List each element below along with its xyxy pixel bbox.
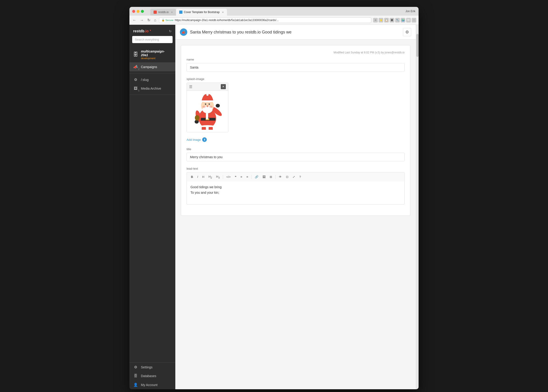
sidebar-item-campaigns[interactable]: 📣 Campaigns 2 bbox=[130, 62, 175, 71]
editor-btn-h1[interactable]: H bbox=[201, 175, 206, 179]
sidebar-item-settings[interactable]: ⚙ Settings bbox=[130, 363, 175, 371]
close-button[interactable] bbox=[132, 10, 135, 13]
editor-btn-fullscreen[interactable]: ⤢ bbox=[291, 175, 296, 179]
media-icon: 🖼 bbox=[133, 86, 138, 91]
maximize-button[interactable] bbox=[141, 10, 144, 13]
form-card: Modified Last Sunday at 8:02 PM (v.5) by… bbox=[181, 45, 410, 216]
sidebar-divider-1 bbox=[130, 73, 175, 73]
splash-remove-button[interactable]: ✕ bbox=[221, 84, 226, 89]
svg-point-8 bbox=[216, 104, 220, 107]
splash-label: splash-image bbox=[187, 77, 404, 81]
ext4-icon[interactable]: 🔧 bbox=[395, 18, 400, 22]
sidebar-item-databases[interactable]: 🗄 Databases bbox=[130, 371, 175, 380]
back-button[interactable]: ← bbox=[132, 18, 137, 23]
ext6-icon[interactable]: ⬜ bbox=[406, 18, 411, 22]
content-body: Modified Last Sunday at 8:02 PM (v.5) by… bbox=[175, 40, 416, 389]
splash-image-field-group: splash-image ☰ ✕ bbox=[187, 77, 404, 142]
forward-button[interactable]: → bbox=[139, 18, 144, 23]
reload-button[interactable]: ↻ bbox=[146, 17, 151, 23]
db-env: development bbox=[141, 57, 172, 60]
home-button[interactable]: ⌂ bbox=[153, 18, 157, 23]
add-image-link[interactable]: Add image ⬆ bbox=[187, 137, 207, 142]
tabs-bar: restdb.io ✕ Cover Template for Bootstrap… bbox=[150, 7, 227, 16]
search-box[interactable]: Search everything bbox=[132, 36, 173, 43]
media-badge: 5 bbox=[138, 89, 139, 92]
refresh-icon[interactable]: ↻ bbox=[169, 29, 172, 33]
svg-point-20 bbox=[209, 103, 210, 105]
sidebar-db-item[interactable]: 🗄 multicampaign-20a1 development bbox=[130, 47, 175, 62]
editor-btn-link[interactable]: 🔗 bbox=[253, 175, 260, 179]
name-input[interactable] bbox=[187, 63, 404, 72]
tab2-label: Cover Template for Bootstrap bbox=[184, 11, 220, 14]
svg-rect-10 bbox=[209, 127, 213, 130]
search-placeholder: Search everything bbox=[135, 38, 159, 41]
app-body: restdb.io ● ↻ Search everything 🗄 multic… bbox=[130, 25, 418, 389]
editor-btn-table[interactable]: ⊞ bbox=[268, 175, 274, 179]
address-bar[interactable]: 🔒 Secure https://multicampaign-20a1.rest… bbox=[159, 17, 371, 23]
editor-btn-image[interactable]: 🖼 bbox=[261, 175, 267, 179]
title-input[interactable] bbox=[187, 153, 404, 161]
scrollbar-track[interactable] bbox=[416, 25, 418, 389]
star-icon[interactable]: ☆ bbox=[373, 18, 378, 22]
tab2-favicon bbox=[179, 11, 182, 14]
minimize-button[interactable] bbox=[137, 10, 139, 13]
editor-btn-italic[interactable]: I bbox=[196, 175, 199, 179]
sidebar-item-my-account[interactable]: 👤 My Account bbox=[130, 380, 175, 389]
editor-btn-split[interactable]: ⊡ bbox=[285, 175, 290, 179]
secure-badge: 🔒 Secure bbox=[162, 19, 173, 21]
svg-point-21 bbox=[206, 104, 206, 104]
menu-icon[interactable]: ⋮ bbox=[412, 18, 416, 22]
editor-btn-code[interactable]: </> bbox=[225, 175, 232, 179]
db-name: multicampaign-20a1 bbox=[141, 49, 172, 57]
sidebar: restdb.io ● ↻ Search everything 🗄 multic… bbox=[130, 25, 175, 389]
editor-line-2: To you and your kin; bbox=[190, 191, 401, 194]
tab-bootstrap[interactable]: Cover Template for Bootstrap ✕ bbox=[176, 9, 227, 16]
name-label: name bbox=[187, 58, 404, 61]
databases-icon: 🗄 bbox=[133, 374, 138, 378]
editor-btn-help[interactable]: ? bbox=[298, 175, 302, 179]
editor-btn-ul[interactable]: ≡ bbox=[239, 175, 244, 179]
hamburger-icon: ☰ bbox=[189, 84, 192, 89]
ext1-icon[interactable]: 🌟 bbox=[379, 18, 383, 22]
editor-btn-quote[interactable]: ❝ bbox=[233, 175, 238, 179]
page-title: Santa Merry christmas to you restdb.io G… bbox=[190, 30, 291, 35]
account-icon: 👤 bbox=[133, 383, 138, 387]
ext3-icon[interactable]: 🖼 bbox=[390, 18, 394, 22]
sidebar-item-media-archive[interactable]: 🖼 Media Archive 5 bbox=[130, 84, 175, 93]
media-label: Media Archive bbox=[141, 87, 161, 90]
campaigns-label: Campaigns bbox=[141, 65, 157, 69]
slug-icon: ⚙ bbox=[133, 77, 138, 82]
editor-toolbar: B I H H2 H3 </> ❝ ≡ ≡ 🔗 🖼 bbox=[187, 172, 404, 182]
ext2-icon[interactable]: 📋 bbox=[384, 18, 389, 22]
url-text: https://multicampaign-20a1.restdb.io/hom… bbox=[175, 19, 279, 22]
splash-image-toolbar: ☰ ✕ bbox=[187, 83, 228, 91]
add-image-area: Add image ⬆ bbox=[187, 135, 404, 142]
editor-btn-ol[interactable]: ≡ bbox=[245, 175, 250, 179]
tab-restdb[interactable]: restdb.io ✕ bbox=[150, 9, 176, 16]
editor-btn-bold[interactable]: B bbox=[189, 175, 194, 179]
sidebar-item-slug[interactable]: ⚙ /:slug bbox=[130, 75, 175, 84]
sidebar-bottom: ⚙ Settings 🗄 Databases 👤 My Account bbox=[130, 362, 175, 389]
splash-image-container: ☰ ✕ bbox=[187, 83, 228, 132]
logo-text: restdb.io ● bbox=[133, 29, 151, 33]
ext5-icon[interactable]: 🌍 bbox=[401, 18, 405, 22]
content-header: 📣 Santa Merry christmas to you restdb.io… bbox=[175, 25, 416, 40]
sidebar-divider-2 bbox=[130, 95, 175, 95]
svg-point-24 bbox=[202, 106, 206, 108]
scrollbar-thumb[interactable] bbox=[416, 34, 418, 57]
sidebar-logo-area: restdb.io ● ↻ bbox=[130, 25, 175, 36]
settings-button[interactable]: ⚙ bbox=[403, 28, 411, 36]
tab1-favicon bbox=[153, 11, 157, 14]
editor-btn-preview[interactable]: 👁 bbox=[277, 175, 283, 179]
editor-btn-h2[interactable]: H2 bbox=[207, 174, 213, 180]
account-label: My Account bbox=[141, 383, 158, 387]
slug-label: /:slug bbox=[141, 78, 148, 82]
header-icon: 📣 bbox=[180, 28, 187, 36]
tab2-close[interactable]: ✕ bbox=[222, 11, 224, 14]
svg-point-26 bbox=[195, 115, 199, 121]
editor-separator-2 bbox=[251, 175, 252, 179]
editor-btn-h3[interactable]: H3 bbox=[215, 174, 221, 180]
toolbar-icons: ☆ 🌟 📋 🖼 🔧 🌍 ⬜ ⋮ bbox=[373, 18, 416, 22]
tab1-close[interactable]: ✕ bbox=[171, 11, 173, 14]
editor-content[interactable]: Good tidings we bring To you and your ki… bbox=[187, 182, 404, 204]
